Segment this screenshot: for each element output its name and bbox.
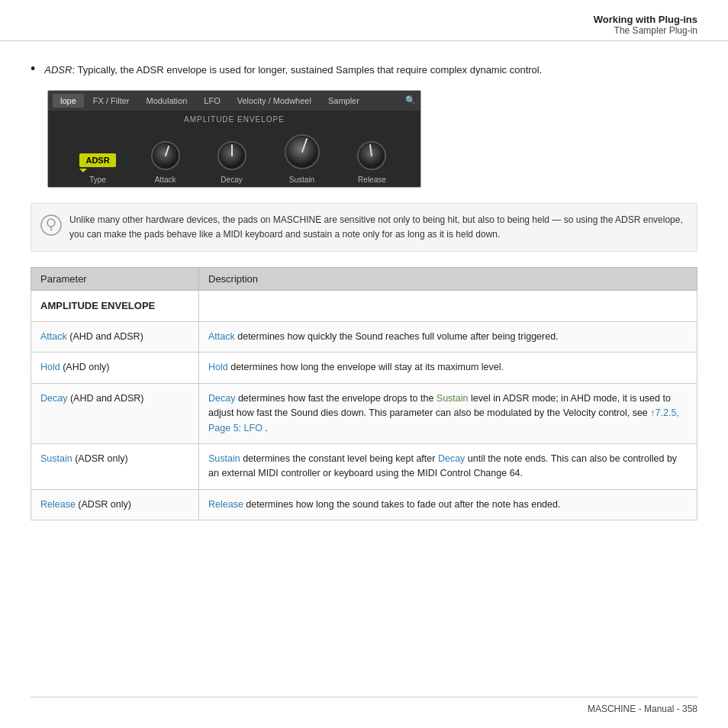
attack-knob[interactable] (149, 139, 182, 172)
bullet-dot: • (31, 61, 35, 77)
tab-lfo[interactable]: LFO (196, 94, 227, 108)
hold-param: Hold (AHD only) (31, 353, 199, 383)
tab-fx-filter[interactable]: FX / Filter (85, 94, 137, 108)
adsr-arrow (79, 169, 87, 172)
sustain-ref-link[interactable]: Sustain (436, 393, 469, 404)
parameter-table: Parameter Description AMPLITUDE ENVELOPE… (31, 267, 697, 520)
hold-link[interactable]: Hold (40, 362, 60, 372)
svg-point-13 (47, 219, 55, 227)
decay-param: Decay (AHD and ADSR) (31, 383, 199, 443)
tab-modulation[interactable]: Modulation (138, 94, 195, 108)
search-icon[interactable]: 🔍 (405, 95, 416, 105)
release-desc: Release determines how long the sound ta… (199, 489, 697, 520)
table-row: Hold (AHD only) Hold determines how long… (31, 353, 697, 383)
attack-suffix: (AHD and ADSR) (69, 331, 143, 342)
sustain-control: Sustain (282, 131, 323, 184)
bullet-text: ADSR: Typically, the ADSR envelope is us… (44, 63, 542, 78)
attack-desc: Attack determines how quickly the Sound … (199, 322, 697, 353)
note-text: Unlike many other hardware devices, the … (69, 214, 683, 240)
section-header-desc (199, 290, 697, 321)
attack-link[interactable]: Attack (40, 331, 67, 342)
col-description: Description (199, 267, 697, 290)
decay-control: Decay (215, 139, 249, 184)
section-header-row: AMPLITUDE ENVELOPE (31, 290, 697, 321)
sustain-link[interactable]: Sustain (40, 453, 72, 464)
bullet-section: • ADSR: Typically, the ADSR envelope is … (31, 63, 697, 78)
sustain-param: Sustain (ADSR only) (31, 443, 199, 489)
hold-desc-text: determines how long the envelope will st… (230, 362, 504, 372)
amp-envelope-label: AMPLITUDE ENVELOPE (48, 111, 420, 127)
decay-link[interactable]: Decay (40, 393, 67, 404)
type-control: ADSR Type (79, 153, 115, 184)
release-suffix: (ADSR only) (78, 499, 130, 510)
sustain-desc: Sustain determines the constant level be… (199, 443, 697, 489)
section-header-cell: AMPLITUDE ENVELOPE (31, 290, 199, 321)
sustain-desc-link[interactable]: Sustain (208, 453, 240, 464)
tab-lope[interactable]: lope (53, 94, 84, 108)
sustain-suffix: (ADSR only) (75, 453, 127, 464)
table-row: Decay (AHD and ADSR) Decay determines ho… (31, 383, 697, 443)
hold-desc: Hold determines how long the envelope wi… (199, 353, 697, 383)
table-row: Release (ADSR only) Release determines h… (31, 489, 697, 520)
decay-desc-text3: . (265, 423, 267, 433)
table-row: Sustain (ADSR only) Sustain determines t… (31, 443, 697, 489)
tab-velocity[interactable]: Velocity / Modwheel (230, 94, 319, 108)
decay-label: Decay (221, 176, 242, 184)
type-label: Type (89, 176, 106, 184)
hold-suffix: (AHD only) (63, 362, 109, 372)
decay-ref-link[interactable]: Decay (438, 453, 465, 464)
plugin-screenshot: lope FX / Filter Modulation LFO Velocity… (47, 90, 421, 188)
note-icon (40, 214, 62, 236)
tab-sampler[interactable]: Sampler (321, 94, 367, 108)
attack-desc-text: determines how quickly the Sound reaches… (237, 331, 558, 342)
release-param: Release (ADSR only) (31, 489, 199, 520)
table-row: Attack (AHD and ADSR) Attack determines … (31, 322, 697, 353)
decay-knob[interactable] (215, 139, 249, 172)
sub-title: The Sampler Plug-in (31, 25, 697, 36)
main-title: Working with Plug-ins (31, 14, 697, 25)
sustain-knob[interactable] (282, 131, 323, 172)
col-parameter: Parameter (31, 267, 199, 290)
adsr-description: : Typically, the ADSR envelope is used f… (72, 64, 542, 76)
release-label: Release (358, 176, 386, 184)
decay-desc-link[interactable]: Decay (208, 393, 235, 404)
attack-control: Attack (149, 139, 182, 184)
attack-desc-link[interactable]: Attack (208, 331, 235, 342)
sustain-desc-text1: determines the constant level being kept… (243, 453, 438, 464)
page-header: Working with Plug-ins The Sampler Plug-i… (0, 0, 728, 41)
svg-point-12 (41, 215, 61, 235)
content: • ADSR: Typically, the ADSR envelope is … (0, 41, 728, 551)
note-box: Unlike many other hardware devices, the … (31, 203, 697, 252)
hold-desc-link[interactable]: Hold (208, 362, 228, 372)
plugin-tabs: lope FX / Filter Modulation LFO Velocity… (48, 91, 420, 111)
attack-label: Attack (155, 176, 176, 184)
decay-suffix: (AHD and ADSR) (70, 393, 144, 404)
release-desc-text: determines how long the sound takes to f… (246, 499, 560, 510)
footer-text: MASCHINE - Manual - 358 (588, 704, 697, 714)
adsr-button[interactable]: ADSR (79, 153, 115, 167)
adsr-term: ADSR (44, 64, 72, 76)
release-control: Release (355, 139, 388, 184)
release-link[interactable]: Release (40, 499, 76, 510)
page-footer: MASCHINE - Manual - 358 (31, 697, 697, 714)
attack-param: Attack (AHD and ADSR) (31, 322, 199, 353)
controls-row: ADSR Type (48, 127, 420, 187)
release-desc-link[interactable]: Release (208, 499, 243, 510)
decay-desc: Decay determines how fast the envelope d… (199, 383, 697, 443)
release-knob[interactable] (355, 139, 388, 172)
sustain-label: Sustain (289, 176, 314, 184)
decay-desc-text1: determines how fast the envelope drops t… (238, 393, 436, 404)
